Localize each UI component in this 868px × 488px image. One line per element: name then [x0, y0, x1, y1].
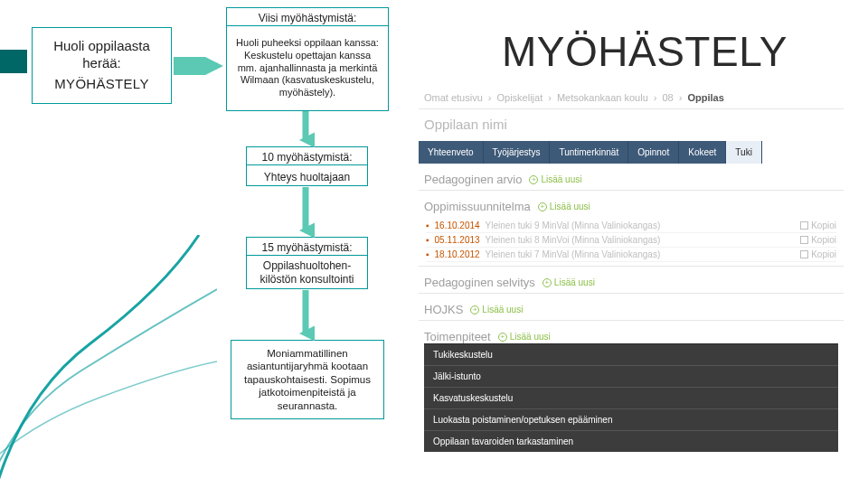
flow-step2-title: 10 myöhästymistä: [246, 146, 368, 164]
entry-text: Yleinen tuki 9 MinVal (Minna Valiniokang… [486, 221, 796, 230]
menu-item[interactable]: Kasvatuskeskustelu [424, 387, 838, 408]
student-name-label: Oppilaan nimi [419, 109, 844, 141]
plus-icon: + [470, 305, 479, 314]
plus-icon: + [498, 333, 507, 342]
tab-kokeet[interactable]: Kokeet [679, 141, 726, 164]
tab-tuntimerkinnat[interactable]: Tuntimerkinnät [550, 141, 628, 164]
bullet-icon: ▪ [426, 221, 429, 230]
tab-opinnot[interactable]: Opinnot [628, 141, 679, 164]
crumb-item[interactable]: 08 [662, 92, 673, 103]
entry-text: Yleinen tuki 7 MinVal (Minna Valiniokang… [486, 249, 796, 259]
plus-icon: + [542, 278, 552, 287]
flow-start-line3: MYÖHÄSTELY [54, 76, 148, 93]
section-title: Pedagoginen selvitys [424, 276, 535, 289]
menu-item[interactable]: Tukikeskustelu [424, 344, 838, 365]
flow-step3-body: Oppilashuoltohen-kilöstön konsultointi [246, 255, 368, 289]
section-title: HOJKS [424, 303, 463, 316]
arrow-step2-to-step3 [297, 187, 315, 238]
flow-step1-body: Huoli puheeksi oppilaan kanssa: Keskuste… [226, 25, 389, 111]
tab-bar: Yhteenveto Työjärjestys Tuntimerkinnät O… [419, 141, 844, 164]
arrow-step3-to-step4 [297, 290, 315, 341]
copy-action[interactable]: Kopioi [800, 249, 836, 259]
flow-start-line1: Huoli oppilaasta [53, 38, 150, 55]
toimenpiteet-menu: Tukikeskustelu Jälki-istunto Kasvatuskes… [424, 343, 838, 452]
accent-bar [0, 50, 27, 73]
flow-start-box: Huoli oppilaasta herää: MYÖHÄSTELY [32, 27, 172, 104]
add-link[interactable]: +Lisää uusi [538, 202, 590, 211]
bullet-icon: ▪ [426, 249, 429, 259]
flow-start-line2: herää: [82, 55, 121, 72]
section-title: Toimenpiteet [424, 330, 491, 343]
entry-row[interactable]: ▪ 05.11.2013 Yleinen tuki 8 MinVoi (Minn… [426, 233, 836, 248]
flow-step3-title: 15 myöhästymistä: [246, 237, 368, 255]
crumb-item[interactable]: Metsokankaan koulu [557, 92, 648, 103]
page-title: MYÖHÄSTELY [502, 27, 788, 76]
flow-step4-text: Moniammatillinen asiantuntijaryhmä koota… [239, 347, 376, 412]
entry-text: Yleinen tuki 8 MinVoi (Minna Valiniokang… [486, 235, 796, 245]
copy-action[interactable]: Kopioi [800, 235, 836, 245]
tab-tyojarjestys[interactable]: Työjärjestys [484, 141, 551, 164]
wilma-app-panel: Omat etusivu› Opiskelijat› Metsokankaan … [419, 89, 844, 452]
menu-item[interactable]: Oppilaan tavaroiden tarkastaminen [424, 430, 838, 452]
entry-date: 16.10.2014 [435, 221, 480, 230]
entry-date: 18.10.2012 [435, 249, 480, 259]
section-title: Oppimissuunnitelma [424, 200, 531, 213]
add-link[interactable]: +Lisää uusi [529, 174, 581, 184]
add-link[interactable]: +Lisää uusi [498, 332, 551, 342]
crumb-item[interactable]: Opiskelijat [496, 92, 542, 103]
menu-item[interactable]: Luokasta poistaminen/opetuksen epääminen [424, 408, 838, 430]
entry-row[interactable]: ▪ 18.10.2012 Yleinen tuki 7 MinVal (Minn… [426, 248, 836, 262]
tab-tuki[interactable]: Tuki [726, 141, 762, 164]
section-hojks: HOJKS +Lisää uusi [419, 294, 844, 321]
copy-action[interactable]: Kopioi [800, 221, 836, 230]
flow-step1-title: Viisi myöhästymistä: [226, 7, 389, 25]
section-ped-arvio: Pedagoginen arvio +Lisää uusi [419, 164, 844, 191]
section-toimenpiteet: Toimenpiteet +Lisää uusi Tukikeskustelu … [419, 321, 844, 452]
entry-date: 05.11.2013 [435, 235, 480, 245]
breadcrumb: Omat etusivu› Opiskelijat› Metsokankaan … [419, 89, 844, 109]
bullet-icon: ▪ [426, 235, 429, 245]
crumb-item-active: Oppilas [687, 92, 723, 103]
arrow-step1-to-step2 [297, 111, 315, 147]
add-link[interactable]: +Lisää uusi [542, 277, 595, 287]
add-link[interactable]: +Lisää uusi [470, 305, 523, 314]
tab-yhteenveto[interactable]: Yhteenveto [419, 141, 484, 164]
section-title: Pedagoginen arvio [424, 173, 522, 186]
doc-icon [800, 236, 808, 244]
section-ped-selvitys: Pedagoginen selvitys +Lisää uusi [419, 267, 844, 294]
section-oppimissuunnitelma: Oppimissuunnitelma +Lisää uusi ▪ 16.10.2… [419, 191, 844, 267]
plus-icon: + [529, 175, 538, 184]
doc-icon [800, 221, 808, 230]
plus-icon: + [538, 202, 547, 211]
entry-list: ▪ 16.10.2014 Yleinen tuki 9 MinVal (Minn… [426, 219, 836, 262]
decorative-swoosh [0, 235, 217, 488]
flow-step2-body: Yhteys huoltajaan [246, 164, 368, 186]
flow-step1-text: Huoli puheeksi oppilaan kanssa: Keskuste… [234, 37, 381, 99]
flow-step4-body: Moniammatillinen asiantuntijaryhmä koota… [231, 340, 384, 419]
entry-row[interactable]: ▪ 16.10.2014 Yleinen tuki 9 MinVal (Minn… [426, 219, 836, 233]
arrow-start-to-step1 [174, 57, 224, 75]
menu-item[interactable]: Jälki-istunto [424, 365, 838, 387]
crumb-item[interactable]: Omat etusivu [424, 92, 483, 103]
doc-icon [800, 250, 808, 258]
